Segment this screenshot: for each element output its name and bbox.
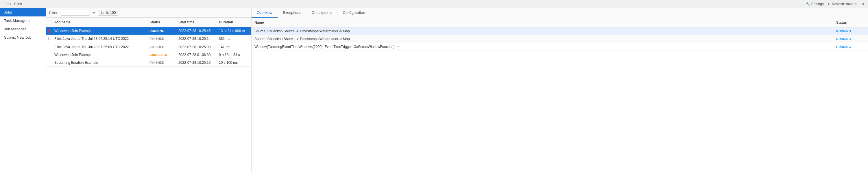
table-row[interactable]: Flink Java Job at Thu Jul 28 07:25:09 UT… [46, 43, 251, 51]
filter-input[interactable] [61, 10, 90, 15]
settings-button[interactable]: 🔧 Settings [806, 2, 824, 6]
detail-name-cell: Window(TumblingEventTimeWindows(2000), E… [252, 43, 833, 50]
start-time-cell: 2022-07-28 10:25:09 [176, 43, 217, 51]
col-duration: Duration [217, 19, 251, 25]
start-time-cell: 2022-07-28 10:25:14 [176, 35, 217, 43]
main-layout: Jobs Task Managers Job Manager Submit Ne… [0, 8, 868, 172]
tab-exceptions[interactable]: Exceptions [278, 8, 307, 18]
filter-label: Filter: [49, 11, 59, 15]
brand-flink[interactable]: Flink [14, 2, 22, 6]
detail-row[interactable]: Window(TumblingEventTimeWindows(2000), E… [252, 43, 868, 51]
duration-cell: 141 ms [217, 43, 251, 51]
status-cell: FINISHED [147, 43, 176, 51]
stop-icon [49, 29, 50, 33]
topbar-right: 🔧 Settings ↻ Refresh: manual ⚙ [806, 2, 865, 6]
detail-table-header: Name Status [252, 18, 868, 27]
detail-name-cell: Source: Collection Source -> Timestamps/… [252, 27, 833, 35]
col-job-name: Job name [52, 19, 147, 25]
job-name-cell: Windowed Join Example [52, 27, 147, 35]
start-time-cell: 2022-07-28 10:25:19 [176, 59, 217, 66]
duration-cell: 9 h 18 m 34 s [217, 51, 251, 59]
jobs-table-body: Windowed Join Example RUNNING 2022-07-28… [46, 27, 251, 172]
status-cell: CANCELED [147, 51, 176, 59]
detail-status-cell: RUNNING [833, 27, 868, 35]
status-cell: RUNNING [147, 27, 176, 35]
filter-icon: ▼ [92, 11, 96, 15]
detail-col-status: Status [833, 19, 868, 26]
refresh-icon: ↻ [48, 37, 51, 41]
detail-status-cell: RUNNING [833, 35, 868, 43]
filter-bar: Filter: ▼ Limit: 100 [46, 8, 251, 18]
start-time-cell: 2022-07-28 10:25:45 [176, 27, 217, 35]
tab-checkpoints[interactable]: Checkpoints [307, 8, 338, 18]
job-name-cell: Flink Java Job at Thu Jul 28 07:25:09 UT… [52, 43, 147, 51]
detail-name-cell: Source: Collection Source -> Timestamps/… [252, 35, 833, 43]
col-icon [46, 19, 52, 25]
sidebar-item-submit-new-job[interactable]: Submit New Job [0, 33, 46, 41]
col-status: Status [147, 19, 176, 25]
start-time-cell: 2022-07-28 01:06:30 [176, 51, 217, 59]
status-cell: FINISHED [147, 35, 176, 43]
sidebar-item-jobs[interactable]: Jobs [0, 8, 46, 16]
empty-icon-cell [46, 51, 52, 59]
sidebar: Jobs Task Managers Job Manager Submit Ne… [0, 8, 46, 172]
topbar: Flink: Flink 🔧 Settings ↻ Refresh: manua… [0, 0, 868, 8]
brand-flink-colon: Flink: [3, 2, 12, 6]
refresh-button[interactable]: ↻ Refresh: manual [828, 2, 857, 6]
job-name-cell: Streaming Iteration Example [52, 59, 147, 66]
limit-button[interactable]: Limit: 100 [98, 10, 118, 15]
detail-table: Name Status Source: Collection Source ->… [252, 18, 868, 172]
detail-tabs: Overview Exceptions Checkpoints Configur… [252, 8, 868, 18]
tab-configuration[interactable]: Configuration [337, 8, 370, 18]
wrench-icon: 🔧 [806, 2, 810, 6]
gear-icon[interactable]: ⚙ [861, 2, 865, 6]
table-row[interactable]: Streaming Iteration Example FINISHED 202… [46, 59, 251, 67]
jobs-table-header: Job name Status Start time Duration [46, 18, 251, 27]
table-row[interactable]: Windowed Join Example RUNNING 2022-07-28… [46, 27, 251, 35]
empty-icon-cell [46, 59, 52, 66]
table-row[interactable]: ↻ Flink Java Job at Thu Jul 28 07:25:14 … [46, 35, 251, 43]
col-start-time: Start time [176, 19, 217, 25]
duration-cell: 385 ms [217, 35, 251, 43]
detail-col-name: Name [252, 19, 833, 26]
tab-overview[interactable]: Overview [252, 8, 278, 18]
job-name-cell: Windowed Join Example [52, 51, 147, 59]
job-panel: Filter: ▼ Limit: 100 Job name Status Sta… [46, 8, 252, 172]
detail-panel: Overview Exceptions Checkpoints Configur… [252, 8, 868, 172]
detail-row[interactable]: Source: Collection Source -> Timestamps/… [252, 27, 868, 35]
topbar-left: Flink: Flink [3, 2, 22, 6]
status-cell: FINISHED [147, 59, 176, 66]
duration-cell: 13 m 34 s 906 m [217, 27, 251, 35]
refresh-icon: ↻ [828, 2, 831, 6]
sidebar-item-job-manager[interactable]: Job Manager [0, 25, 46, 33]
stop-icon-cell [46, 27, 52, 35]
table-row[interactable]: Windowed Join Example CANCELED 2022-07-2… [46, 51, 251, 59]
job-name-cell: Flink Java Job at Thu Jul 28 07:25:14 UT… [52, 35, 147, 43]
refresh-icon-cell: ↻ [46, 35, 52, 43]
sidebar-item-task-managers[interactable]: Task Managers [0, 16, 46, 25]
detail-row[interactable]: Source: Collection Source -> Timestamps/… [252, 35, 868, 43]
duration-cell: 10 s 100 ms [217, 59, 251, 66]
detail-status-cell: RUNNING [833, 43, 868, 50]
empty-icon-cell [46, 43, 52, 51]
